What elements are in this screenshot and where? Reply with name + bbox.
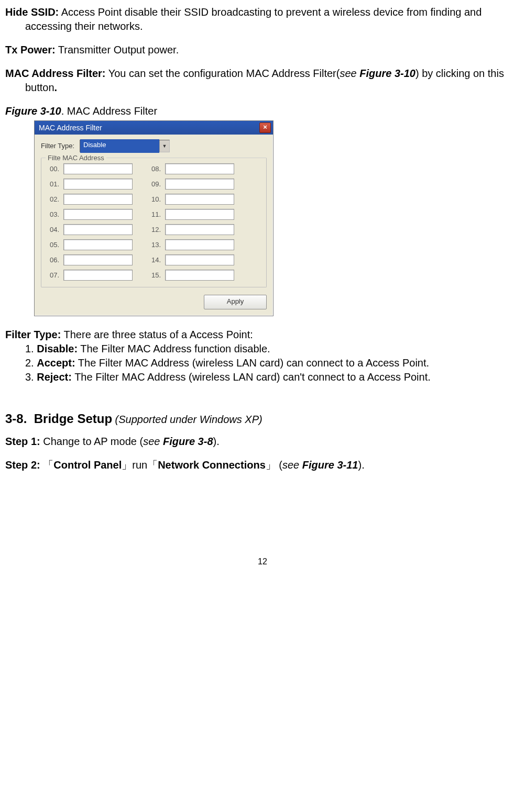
mac-grid: 00. 01. 02. 03. 04. 05. 06. 07. 08. 09. … [47, 163, 261, 281]
filter-type-value: Disable [80, 139, 159, 153]
mac-input-07[interactable] [63, 270, 133, 281]
dialog-titlebar: MAC Address Filter × [35, 121, 273, 135]
item2-label: Accept: [37, 357, 75, 369]
mac-filter-text-a: You can set the configuration MAC Addres… [106, 68, 340, 79]
mac-input-06[interactable] [63, 254, 133, 265]
item3-label: Reject: [37, 371, 72, 383]
mac-label: 12. [148, 225, 161, 235]
page-number: 12 [5, 556, 520, 568]
tx-power-text: Transmitter Output power. [56, 44, 179, 55]
item1-prefix: 1. [25, 343, 37, 354]
list-item-disable: 1. Disable: The Filter MAC Address funct… [25, 342, 520, 356]
mac-row: 11. [148, 209, 234, 220]
step1-ref: Figure 3-8 [163, 436, 213, 447]
step2-see: see [282, 459, 302, 471]
step2-mid: 」run「 [122, 459, 158, 471]
tx-power-paragraph: Tx Power: Transmitter Output power. [5, 43, 520, 57]
mac-input-11[interactable] [165, 209, 234, 220]
mac-label: 07. [47, 271, 59, 280]
mac-row: 01. [47, 179, 133, 190]
hide-ssid-text: Access Point disable their SSID broadcas… [25, 6, 482, 32]
item1-label: Disable: [37, 343, 78, 354]
item3-text: The Filter MAC Address (wireless LAN car… [72, 371, 431, 383]
item1-text: The Filter MAC Address function disable. [78, 343, 270, 354]
mac-label: 03. [47, 210, 59, 219]
step1-see: see [143, 436, 163, 447]
hide-ssid-label: Hide SSID: [5, 6, 59, 18]
filter-type-list: 1. Disable: The Filter MAC Address funct… [5, 342, 520, 384]
mac-input-01[interactable] [63, 179, 133, 190]
mac-row: 10. [148, 194, 234, 205]
list-item-reject: 3. Reject: The Filter MAC Address (wirel… [25, 370, 520, 384]
mac-label: 15. [148, 271, 161, 280]
dialog-body: Filter Type: Disable ▼ Filte MAC Address… [35, 135, 273, 316]
mac-row: 04. [47, 224, 133, 235]
mac-input-05[interactable] [63, 239, 133, 250]
mac-row: 13. [148, 239, 234, 250]
mac-row: 09. [148, 179, 234, 190]
mac-input-14[interactable] [165, 254, 234, 265]
mac-filter-ref: Figure 3-10 [359, 68, 415, 79]
mac-filter-paragraph: MAC Address Filter: You can set the conf… [5, 66, 520, 95]
mac-row: 02. [47, 194, 133, 205]
filter-type-label: Filter Type: [41, 141, 74, 151]
mac-input-13[interactable] [165, 239, 234, 250]
mac-label: 05. [47, 240, 59, 250]
step1-paragraph: Step 1: Change to AP mode (see Figure 3-… [5, 435, 520, 449]
mac-input-04[interactable] [63, 224, 133, 235]
mac-label: 02. [47, 195, 59, 204]
mac-input-12[interactable] [165, 224, 234, 235]
step1-text-b: ). [213, 436, 220, 447]
mac-row: 05. [47, 239, 133, 250]
step1-label: Step 1: [5, 436, 40, 447]
mac-label: 00. [47, 164, 59, 174]
mac-row: 14. [148, 254, 234, 265]
mac-input-15[interactable] [165, 270, 234, 281]
figure-ref: Figure 3-10 [5, 105, 61, 117]
mac-label: 08. [148, 164, 161, 174]
step2-text-c: ). [358, 459, 364, 471]
mac-filter-label: MAC Address Filter: [5, 68, 106, 79]
mac-row: 03. [47, 209, 133, 220]
apply-button[interactable]: Apply [204, 295, 267, 309]
mac-input-03[interactable] [63, 209, 133, 220]
step2-paragraph: Step 2: 「Control Panel」run「Network Conne… [5, 458, 520, 472]
step2-network-connections: Network Connections [158, 459, 266, 471]
mac-row: 15. [148, 270, 234, 281]
mac-col-left: 00. 01. 02. 03. 04. 05. 06. 07. [47, 163, 133, 281]
mac-row: 00. [47, 163, 133, 174]
mac-label: 11. [148, 210, 161, 219]
mac-input-02[interactable] [63, 194, 133, 205]
list-item-accept: 2. Accept: The Filter MAC Address (wirel… [25, 356, 520, 370]
apply-row: Apply [41, 295, 267, 309]
mac-filter-see: see [340, 68, 359, 79]
mac-row: 07. [47, 270, 133, 281]
hide-ssid-paragraph: Hide SSID: Access Point disable their SS… [5, 5, 520, 34]
mac-label: 13. [148, 240, 161, 250]
step2-control-panel: Control Panel [53, 459, 122, 471]
mac-input-10[interactable] [165, 194, 234, 205]
close-button[interactable]: × [259, 123, 271, 133]
mac-input-09[interactable] [165, 179, 234, 190]
filter-type-select[interactable]: Disable ▼ [80, 140, 170, 152]
mac-label: 01. [47, 180, 59, 189]
figure-wrap: MAC Address Filter × Filter Type: Disabl… [5, 120, 520, 316]
mac-row: 06. [47, 254, 133, 265]
filter-type-header-text: There are three status of a Access Point… [61, 329, 253, 340]
mac-label: 10. [148, 195, 161, 204]
step2-text-a: 「 [40, 459, 54, 471]
section-number: 3-8. [5, 411, 27, 426]
close-icon: × [263, 123, 267, 131]
group-legend: Filte MAC Address [46, 153, 106, 163]
mac-input-08[interactable] [165, 163, 234, 174]
mac-input-00[interactable] [63, 163, 133, 174]
mac-label: 06. [47, 255, 59, 265]
mac-col-right: 08. 09. 10. 11. 12. 13. 14. 15. [148, 163, 234, 281]
step1-text-a: Change to AP mode ( [40, 436, 143, 447]
figure-caption-suffix: . MAC Address Filter [61, 105, 157, 117]
tx-power-label: Tx Power: [5, 44, 56, 55]
mac-row: 12. [148, 224, 234, 235]
item3-prefix: 3. [25, 371, 37, 383]
filter-type-section: Filter Type: There are three status of a… [5, 328, 520, 384]
step2-ref: Figure 3-11 [302, 459, 358, 471]
